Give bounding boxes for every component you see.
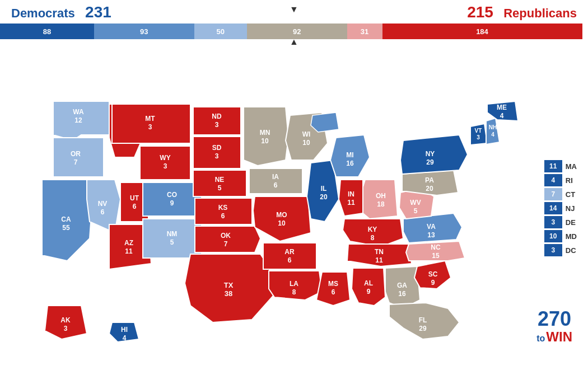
legend-box-ri: 4 [544, 174, 562, 186]
legend-label-ma: MA [566, 162, 577, 171]
svg-text:GA: GA [397, 282, 407, 289]
svg-text:3: 3 [64, 325, 68, 332]
rep-label: Republicans [503, 6, 577, 20]
rep-count: 215 [467, 3, 493, 21]
svg-text:29: 29 [419, 325, 427, 332]
dem-label: Democrats [11, 6, 75, 20]
svg-text:MS: MS [328, 280, 338, 288]
legend-label-ct: CT [566, 190, 575, 199]
logo-270towin: 270 to WIN [536, 309, 572, 345]
svg-text:8: 8 [371, 234, 375, 242]
legend-box-dc: 3 [544, 244, 562, 256]
legend-label-ri: RI [566, 176, 573, 185]
svg-text:KY: KY [368, 226, 377, 233]
legend-item-ri: 4 RI [544, 174, 577, 186]
svg-text:6: 6 [332, 288, 335, 296]
electoral-bar: 8893509231184▲ [0, 24, 588, 39]
svg-text:9: 9 [170, 199, 174, 207]
svg-text:NV: NV [98, 200, 108, 208]
legend-box-ct: 7 [544, 188, 562, 200]
svg-text:HI: HI [121, 326, 128, 334]
svg-text:55: 55 [62, 224, 70, 232]
rep-header: 215 Republicans [467, 3, 577, 21]
legend-item-md: 10 MD [544, 230, 577, 242]
logo-win: WIN [546, 329, 572, 345]
svg-text:AZ: AZ [124, 239, 133, 247]
svg-text:OH: OH [376, 192, 386, 200]
legend-box-nj: 14 [544, 202, 562, 214]
svg-text:3: 3 [164, 162, 167, 170]
svg-text:IA: IA [272, 173, 279, 181]
svg-text:NH: NH [489, 124, 497, 130]
svg-text:ME: ME [497, 104, 507, 111]
svg-text:WY: WY [160, 154, 170, 162]
svg-text:11: 11 [125, 247, 133, 255]
svg-text:VT: VT [475, 128, 482, 134]
svg-text:NE: NE [215, 176, 225, 184]
legend-item-dc: 3 DC [544, 244, 577, 256]
svg-text:NY: NY [426, 150, 435, 158]
svg-text:13: 13 [427, 231, 435, 239]
svg-text:MN: MN [260, 129, 270, 137]
svg-marker-57 [253, 196, 311, 241]
svg-text:MO: MO [276, 211, 287, 219]
svg-text:AL: AL [364, 279, 373, 287]
bar-seg-1: 93 [94, 24, 194, 39]
svg-text:6: 6 [288, 256, 292, 264]
svg-text:PA: PA [425, 176, 434, 184]
svg-text:7: 7 [74, 158, 78, 166]
svg-text:12: 12 [74, 116, 82, 124]
bar-seg-2: 50 [194, 24, 248, 39]
svg-text:16: 16 [346, 160, 354, 167]
svg-text:IL: IL [321, 185, 327, 193]
svg-text:WI: WI [302, 130, 311, 138]
svg-text:WV: WV [410, 199, 421, 207]
svg-text:15: 15 [432, 252, 440, 260]
svg-text:20: 20 [426, 185, 433, 193]
svg-text:TN: TN [375, 248, 384, 256]
dem-header: Democrats 231 [11, 3, 111, 21]
svg-text:VA: VA [427, 223, 436, 231]
bar-seg-5: 184 [382, 24, 582, 39]
top-arrow: ▼ [290, 4, 298, 15]
svg-text:6: 6 [221, 212, 225, 220]
svg-text:4: 4 [123, 334, 127, 342]
svg-text:NC: NC [431, 243, 441, 251]
svg-text:9: 9 [431, 279, 435, 287]
svg-text:SC: SC [428, 270, 438, 278]
svg-text:9: 9 [367, 288, 371, 296]
svg-text:IN: IN [348, 190, 354, 198]
legend-label-md: MD [566, 232, 577, 241]
dem-count: 231 [85, 3, 111, 21]
legend-label-dc: DC [566, 246, 576, 255]
svg-text:MT: MT [145, 115, 155, 123]
svg-text:16: 16 [398, 290, 406, 298]
svg-text:TX: TX [224, 281, 234, 289]
legend-item-ct: 7 CT [544, 188, 577, 200]
state-legend: 11 MA 4 RI 7 CT 14 NJ 3 DE 10 MD 3 DC [544, 160, 577, 256]
header: Democrats 231 ▼ 215 Republicans [0, 0, 588, 24]
svg-text:38: 38 [225, 289, 232, 298]
svg-text:CA: CA [61, 215, 71, 223]
bar-seg-0: 88 [0, 24, 94, 39]
svg-text:WA: WA [73, 108, 84, 116]
legend-label-de: DE [566, 218, 576, 227]
svg-text:SD: SD [212, 144, 222, 152]
svg-text:8: 8 [292, 288, 296, 296]
logo-number: 270 [536, 309, 572, 329]
bottom-arrow: ▲ [290, 37, 298, 47]
svg-text:OR: OR [71, 150, 81, 158]
svg-text:7: 7 [224, 240, 228, 248]
svg-text:18: 18 [377, 200, 385, 208]
legend-label-nj: NJ [566, 204, 575, 213]
svg-text:10: 10 [302, 139, 310, 147]
svg-text:4: 4 [500, 112, 504, 120]
svg-text:11: 11 [375, 256, 383, 264]
svg-text:11: 11 [347, 199, 355, 207]
svg-text:5: 5 [218, 184, 222, 192]
svg-text:3: 3 [215, 121, 219, 129]
svg-text:UT: UT [130, 194, 139, 202]
svg-text:MI: MI [346, 151, 353, 159]
legend-box-ma: 11 [544, 160, 562, 172]
svg-marker-132 [311, 112, 339, 132]
